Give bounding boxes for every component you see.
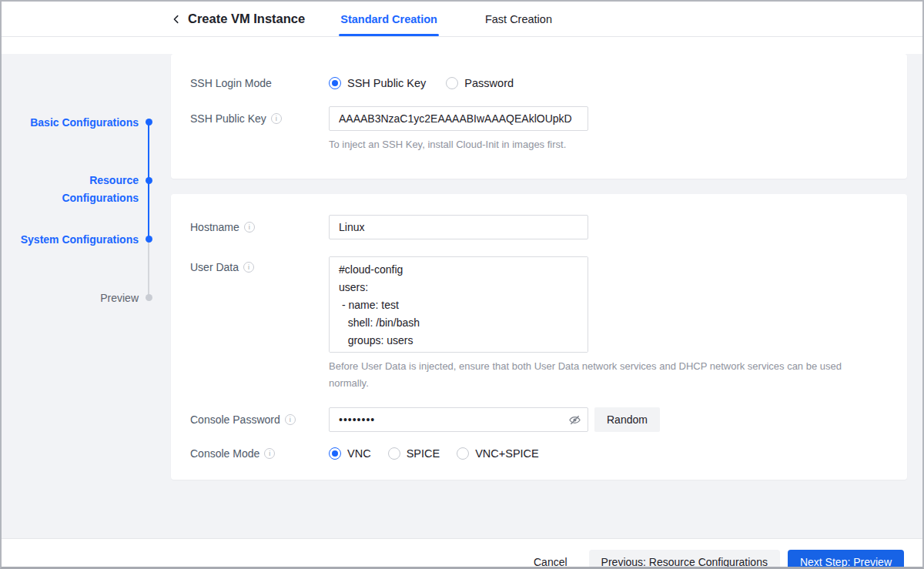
user-data-label: User Data i <box>190 256 329 273</box>
hostname-label: Hostname i <box>190 221 329 233</box>
radio-unselected-icon <box>446 77 458 89</box>
info-icon[interactable]: i <box>243 262 254 273</box>
page-title: Create VM Instance <box>188 12 305 26</box>
radio-unselected-icon <box>457 447 469 460</box>
console-mode-radio-group: VNC SPICE VNC+SPICE <box>329 447 559 460</box>
step-dot-basic <box>146 119 152 126</box>
ssh-public-key-hint: To inject an SSH Key, install Cloud-Init… <box>329 136 888 153</box>
user-data-label-text: User Data <box>190 261 239 273</box>
step-dot-resource <box>146 177 152 184</box>
info-icon[interactable]: i <box>285 414 296 425</box>
radio-password[interactable]: Password <box>446 77 514 89</box>
console-mode-label-text: Console Mode <box>190 447 259 460</box>
radio-spice-label: SPICE <box>407 447 440 460</box>
random-password-button[interactable]: Random <box>594 407 660 432</box>
hostname-row: Hostname i <box>190 215 888 239</box>
user-data-hint: Before User Data is injected, ensure tha… <box>329 358 868 392</box>
radio-vnc[interactable]: VNC <box>329 447 371 460</box>
console-password-row: Console Password i Random <box>190 407 888 432</box>
radio-spice[interactable]: SPICE <box>388 447 440 460</box>
console-password-label-text: Console Password <box>190 413 280 426</box>
radio-vnc-spice-label: VNC+SPICE <box>475 447 539 460</box>
system-settings-panel: Hostname i User Data i #cloud-config use… <box>171 194 907 480</box>
tab-standard-creation[interactable]: Standard Creation <box>339 2 439 36</box>
previous-step-button[interactable]: Previous: Resource Configurations <box>589 550 780 569</box>
radio-selected-icon <box>329 77 341 89</box>
step-resource-configurations[interactable]: Resource Configurations <box>38 172 139 207</box>
ssh-settings-panel: SSH Login Mode SSH Public Key Password S… <box>171 54 907 179</box>
ssh-login-mode-label-text: SSH Login Mode <box>190 77 272 89</box>
step-system-configurations[interactable]: System Configurations <box>0 231 139 249</box>
radio-selected-icon <box>329 447 341 460</box>
console-password-label: Console Password i <box>190 413 329 426</box>
radio-ssh-public-key-label: SSH Public Key <box>347 77 426 89</box>
info-icon[interactable]: i <box>244 222 255 233</box>
main-content: Basic Configurations Resource Configurat… <box>2 54 922 538</box>
user-data-textarea[interactable]: #cloud-config users: - name: test shell:… <box>329 256 588 353</box>
step-dot-system <box>146 236 152 243</box>
hostname-input[interactable] <box>329 215 588 239</box>
console-mode-label: Console Mode i <box>190 447 329 460</box>
user-data-row: User Data i #cloud-config users: - name:… <box>190 256 888 353</box>
hostname-label-text: Hostname <box>190 221 239 233</box>
eye-slash-icon <box>568 413 581 427</box>
info-icon[interactable]: i <box>264 448 275 459</box>
step-preview: Preview <box>0 290 139 307</box>
step-dot-preview <box>146 294 152 301</box>
creation-tabs: Standard Creation Fast Creation <box>339 2 598 36</box>
back-button[interactable] <box>169 12 183 26</box>
ssh-public-key-label: SSH Public Key i <box>190 112 329 125</box>
ssh-login-mode-label: SSH Login Mode <box>190 77 329 89</box>
step-basic-configurations[interactable]: Basic Configurations <box>0 114 139 132</box>
console-password-field <box>329 407 588 432</box>
next-step-button[interactable]: Next Step: Preview <box>788 550 904 569</box>
header: Create VM Instance Standard Creation Fas… <box>2 2 922 37</box>
radio-vnc-spice[interactable]: VNC+SPICE <box>457 447 539 460</box>
radio-ssh-public-key[interactable]: SSH Public Key <box>329 77 426 89</box>
stepper-line-pending <box>148 239 149 298</box>
radio-unselected-icon <box>388 447 400 460</box>
toggle-password-visibility-button[interactable] <box>568 413 581 427</box>
radio-vnc-label: VNC <box>347 447 371 460</box>
info-icon[interactable]: i <box>271 113 282 124</box>
chevron-left-icon <box>171 14 182 25</box>
tab-fast-creation[interactable]: Fast Creation <box>484 2 554 36</box>
console-password-input[interactable] <box>329 407 588 432</box>
ssh-login-mode-radio-group: SSH Public Key Password <box>329 77 534 89</box>
ssh-public-key-label-text: SSH Public Key <box>190 112 266 125</box>
radio-password-label: Password <box>464 77 514 89</box>
console-mode-row: Console Mode i VNC SPICE VNC+SPICE <box>190 447 888 460</box>
cancel-button[interactable]: Cancel <box>526 550 575 569</box>
ssh-public-key-row: SSH Public Key i <box>190 106 888 131</box>
footer-actions: Cancel Previous: Resource Configurations… <box>2 538 922 569</box>
ssh-login-mode-row: SSH Login Mode SSH Public Key Password <box>190 77 888 89</box>
ssh-public-key-input[interactable] <box>329 106 588 131</box>
step-navigation: Basic Configurations Resource Configurat… <box>2 54 171 538</box>
